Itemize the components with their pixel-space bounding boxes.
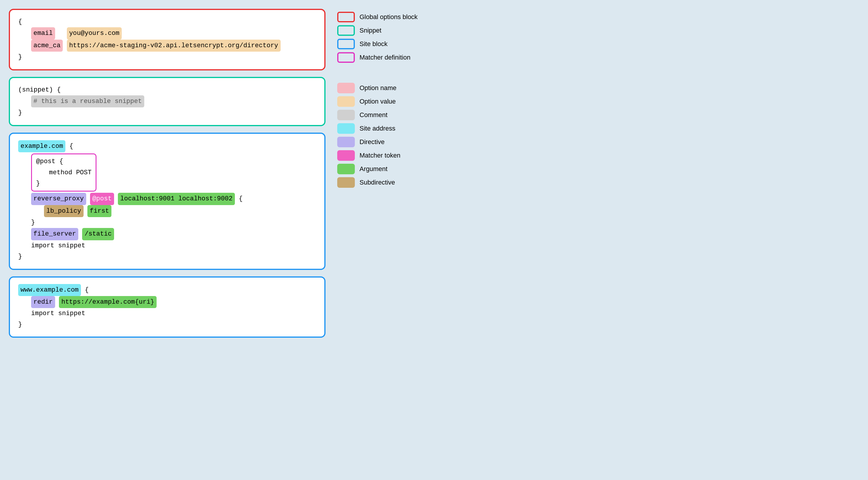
token-directive-file-server: file_server	[31, 228, 78, 240]
legend-item-directive: Directive	[337, 137, 449, 147]
legend-item-global: Global options block	[337, 12, 449, 22]
token-argument-first: first	[87, 205, 112, 217]
legend-box-site-address	[337, 123, 355, 134]
legend-box-matcher-def	[337, 52, 355, 63]
legend-label-option-value: Option value	[360, 98, 396, 105]
legend-label-matcher-token: Matcher token	[360, 152, 400, 159]
token-subdirective-lb: lb_policy	[44, 205, 84, 217]
snippet-open: (snippet) {	[18, 86, 61, 94]
token-email-name: email	[31, 27, 55, 39]
legend-box-directive	[337, 137, 355, 147]
legend-label-comment: Comment	[360, 111, 388, 119]
token-email-value: you@yours.com	[67, 27, 122, 39]
legend-item-matcher-def: Matcher definition	[337, 52, 449, 63]
legend-item-subdirective: Subdirective	[337, 177, 449, 188]
token-directive-reverse-proxy: reverse_proxy	[31, 193, 86, 205]
token-acme-ca-value: https://acme-staging-v02.api.letsencrypt…	[67, 40, 281, 52]
import-snippet-line: import snippet	[31, 242, 85, 249]
token-comment: # this is a reusable snippet	[31, 95, 144, 108]
token-site-address-www: www.example.com	[18, 284, 81, 296]
token-site-address-example: example.com	[18, 140, 65, 152]
legend-box-option-value	[337, 96, 355, 107]
legend-border-section: Global options block Snippet Site block …	[337, 12, 449, 66]
legend-label-option-name: Option name	[360, 84, 397, 92]
matcher-definition-box: @post { method POST }	[31, 153, 96, 191]
legend-item-comment: Comment	[337, 110, 449, 120]
token-argument-backends: localhost:9001 localhost:9002	[118, 193, 235, 205]
legend-label-site-address: Site address	[360, 125, 395, 132]
site-block-example-com: example.com { @post { method POST } reve…	[9, 132, 326, 270]
token-acme-ca-name: acme_ca	[31, 40, 63, 52]
legend-box-matcher-token	[337, 150, 355, 161]
legend-label-matcher-def: Matcher definition	[360, 54, 410, 61]
legend-item-matcher-token: Matcher token	[337, 150, 449, 161]
global-options-block: { email you@yours.com acme_ca https://ac…	[9, 9, 326, 70]
legend-panel: Global options block Snippet Site block …	[337, 9, 449, 471]
snippet-block: (snippet) { # this is a reusable snippet…	[9, 77, 326, 126]
global-open-brace: {	[18, 18, 22, 26]
legend-item-argument: Argument	[337, 164, 449, 174]
legend-label-snippet: Snippet	[360, 27, 381, 34]
legend-label-site-block: Site block	[360, 40, 388, 48]
legend-label-subdirective: Subdirective	[360, 179, 395, 186]
legend-box-site-block	[337, 39, 355, 49]
token-argument-static: /static	[82, 228, 114, 240]
legend-label-argument: Argument	[360, 165, 388, 173]
site-block-2-close-brace: }	[18, 321, 22, 328]
legend-item-option-name: Option name	[337, 83, 449, 93]
site-block-www-example-com: www.example.com { redir https://example.…	[9, 276, 326, 338]
legend-item-site-address: Site address	[337, 123, 449, 134]
legend-label-global: Global options block	[360, 13, 417, 21]
legend-box-subdirective	[337, 177, 355, 188]
token-argument-redir-url: https://example.com{uri}	[59, 296, 157, 308]
legend-box-option-name	[337, 83, 355, 93]
snippet-close-brace: }	[18, 109, 22, 117]
legend-item-site-block: Site block	[337, 39, 449, 49]
global-close-brace: }	[18, 53, 22, 61]
import-snippet-line-2: import snippet	[31, 310, 85, 317]
left-panel: { email you@yours.com acme_ca https://ac…	[9, 9, 326, 471]
legend-box-comment	[337, 110, 355, 120]
site-block-1-close-brace: }	[18, 253, 22, 260]
legend-item-option-value: Option value	[337, 96, 449, 107]
legend-box-argument	[337, 164, 355, 174]
legend-item-snippet: Snippet	[337, 25, 449, 36]
legend-label-directive: Directive	[360, 138, 385, 146]
legend-box-snippet	[337, 25, 355, 36]
token-directive-redir: redir	[31, 296, 55, 308]
token-matcher-post: @post	[90, 193, 114, 205]
legend-box-global	[337, 12, 355, 22]
legend-fill-section: Option name Option value Comment Site ad…	[337, 83, 449, 191]
